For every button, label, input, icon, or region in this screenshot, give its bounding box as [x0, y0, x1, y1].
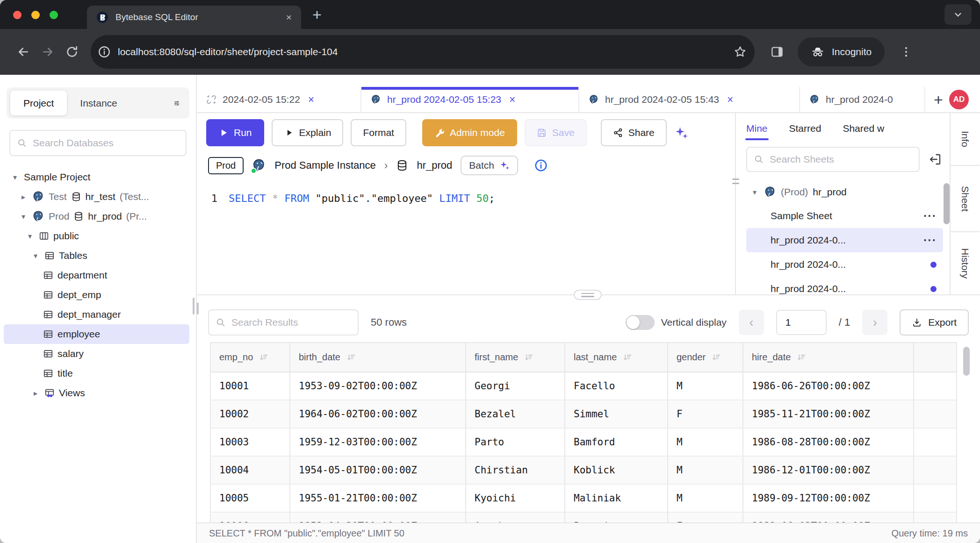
- table-cell[interactable]: Preusig: [565, 513, 668, 522]
- table-cell[interactable]: 1964-06-02T00:00:00Z: [290, 400, 466, 428]
- tree-item[interactable]: department: [4, 265, 189, 285]
- caret-right-icon[interactable]: ▸: [19, 193, 28, 201]
- sheet-list-item[interactable]: hr_prod 2024-0...: [746, 252, 943, 277]
- collapse-panel-icon[interactable]: [928, 152, 942, 166]
- table-cell[interactable]: Bezalel: [466, 400, 565, 428]
- sheet-tab-active[interactable]: hr_prod 2024-02-05 15:23×: [361, 87, 579, 112]
- table-cell[interactable]: 1985-11-21T00:00:00Z: [743, 400, 914, 428]
- batch-button[interactable]: Batch: [461, 156, 518, 175]
- table-cell[interactable]: M: [668, 485, 743, 512]
- tab-search-button[interactable]: [944, 4, 972, 25]
- split-drag-handle[interactable]: [574, 290, 602, 300]
- table-cell[interactable]: Facello: [565, 372, 668, 400]
- column-header-birth_date[interactable]: birth_date: [290, 343, 466, 372]
- tree-item[interactable]: dept_emp: [4, 285, 189, 305]
- sheet-list-item[interactable]: hr_prod 2024-0...: [746, 277, 943, 294]
- table-cell[interactable]: 1989-06-02T00:00:00Z: [743, 513, 914, 522]
- sheet-search-input[interactable]: [770, 154, 912, 165]
- sheet-group[interactable]: ▾(Prod)hr_prod: [746, 180, 943, 204]
- vertical-display-toggle[interactable]: [626, 315, 655, 330]
- filter-settings-icon[interactable]: [173, 97, 186, 109]
- caret-down-icon[interactable]: ▾: [750, 188, 759, 197]
- table-cell[interactable]: 1986-08-28T00:00:00Z: [743, 429, 914, 456]
- sql-code-editor[interactable]: 1 SELECT * FROM "public"."employee" LIMI…: [197, 181, 735, 294]
- sheet-tab[interactable]: hr_prod 2024-0: [800, 87, 925, 112]
- sheet-list-scrollbar[interactable]: [944, 183, 950, 224]
- browser-menu-button[interactable]: [894, 40, 918, 64]
- column-header-last_name[interactable]: last_name: [565, 343, 668, 372]
- caret-down-icon[interactable]: ▾: [19, 212, 28, 221]
- column-header-first_name[interactable]: first_name: [466, 343, 565, 372]
- table-cell[interactable]: Maliniak: [565, 485, 668, 512]
- table-cell[interactable]: 10001: [211, 372, 290, 400]
- admin-mode-button[interactable]: Admin mode: [422, 119, 517, 146]
- table-scrollbar[interactable]: [963, 347, 970, 376]
- save-button[interactable]: Save: [525, 119, 587, 146]
- new-browser-tab-button[interactable]: +: [301, 0, 333, 29]
- close-sheet-tab-icon[interactable]: ×: [727, 93, 733, 106]
- ai-sparkle-icon[interactable]: [674, 126, 688, 140]
- run-button[interactable]: Run: [206, 119, 264, 146]
- prev-page-button[interactable]: ‹: [739, 310, 764, 335]
- sheet-tab[interactable]: hr_prod 2024-02-05 15:43×: [579, 87, 800, 112]
- format-button[interactable]: Format: [351, 119, 406, 146]
- rail-tab-history[interactable]: History: [951, 232, 980, 294]
- connection-info-icon[interactable]: [534, 158, 548, 172]
- rail-tab-info[interactable]: Info: [951, 113, 980, 166]
- tab-starred[interactable]: Starred: [789, 123, 821, 134]
- column-header-emp_no[interactable]: emp_no: [211, 343, 290, 372]
- sheet-tab[interactable]: 2024-02-05 15:22×: [197, 87, 361, 112]
- table-cell[interactable]: F: [668, 513, 743, 522]
- instance-name[interactable]: Prod Sample Instance: [274, 159, 375, 171]
- database-search[interactable]: [9, 130, 187, 156]
- close-browser-tab-icon[interactable]: ×: [286, 12, 292, 23]
- page-input[interactable]: [776, 310, 827, 335]
- table-cell[interactable]: Simmel: [565, 400, 668, 428]
- table-cell[interactable]: 1989-09-12T00:00:00Z: [743, 485, 914, 512]
- column-header-hire_date[interactable]: hire_date: [743, 343, 914, 372]
- tree-item[interactable]: ▾public: [4, 226, 189, 246]
- table-cell[interactable]: 1953-04-20T00:00:00Z: [290, 513, 466, 522]
- table-cell[interactable]: M: [668, 372, 743, 400]
- caret-down-icon[interactable]: ▾: [25, 232, 35, 241]
- browser-tab[interactable]: Bytebase SQL Editor ×: [87, 6, 301, 29]
- rail-tab-sheet[interactable]: Sheet: [951, 166, 980, 232]
- table-cell[interactable]: Bamford: [565, 429, 668, 456]
- table-cell[interactable]: 10006: [211, 513, 290, 522]
- table-cell[interactable]: Anneke: [466, 513, 565, 522]
- table-cell[interactable]: 1955-01-21T00:00:00Z: [290, 485, 466, 512]
- caret-down-icon[interactable]: ▾: [31, 251, 40, 260]
- table-cell[interactable]: 1986-06-26T00:00:00Z: [743, 372, 914, 400]
- reload-button[interactable]: [60, 40, 84, 64]
- database-name[interactable]: hr_prod: [417, 159, 452, 171]
- table-cell[interactable]: 1954-05-01T00:00:00Z: [290, 457, 466, 484]
- maximize-window-button[interactable]: [50, 11, 58, 19]
- sheet-group-clipped[interactable]: ▸(Test)hr_test: [746, 177, 943, 180]
- tree-item[interactable]: ▸Views: [4, 383, 189, 403]
- table-cell[interactable]: Kyoichi: [466, 485, 565, 512]
- results-search[interactable]: [208, 309, 359, 336]
- share-button[interactable]: Share: [601, 119, 667, 146]
- table-cell[interactable]: F: [668, 400, 743, 428]
- table-cell[interactable]: 10005: [211, 485, 290, 512]
- sheet-list-item[interactable]: Sample Sheet···: [746, 204, 943, 228]
- export-button[interactable]: Export: [900, 309, 969, 336]
- close-sheet-tab-icon[interactable]: ×: [308, 93, 314, 106]
- next-page-button[interactable]: ›: [862, 310, 887, 335]
- table-cell[interactable]: Chirstian: [466, 457, 565, 484]
- table-cell[interactable]: 1959-12-03T00:00:00Z: [290, 429, 466, 456]
- tree-item[interactable]: salary: [4, 344, 189, 364]
- minimize-window-button[interactable]: [31, 11, 40, 19]
- tree-item-selected[interactable]: employee: [4, 324, 189, 344]
- tab-shared-with-me[interactable]: Shared w: [843, 123, 884, 134]
- back-button[interactable]: [11, 40, 36, 64]
- address-bar[interactable]: localhost:8080/sql-editor/sheet/project-…: [91, 35, 755, 69]
- tree-item[interactable]: ▾Prodhr_prod(Pr...: [4, 207, 189, 226]
- site-info-icon[interactable]: [97, 45, 111, 59]
- user-avatar[interactable]: AD: [949, 90, 969, 109]
- side-panel-button[interactable]: [765, 40, 789, 64]
- table-cell[interactable]: 1953-09-02T00:00:00Z: [290, 372, 466, 400]
- new-sheet-button[interactable]: +: [925, 87, 951, 112]
- item-menu-icon[interactable]: ···: [923, 238, 937, 243]
- sheet-search[interactable]: [746, 147, 920, 172]
